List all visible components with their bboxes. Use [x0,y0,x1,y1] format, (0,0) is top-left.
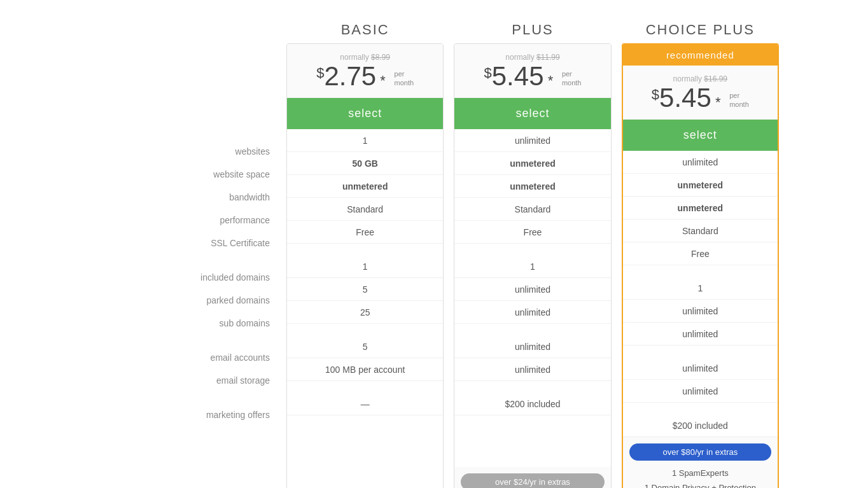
plus-spacer1 [454,244,610,255]
plan-choice-plus-extras: over $80/yr in extras 1 SpamExperts 1 Do… [623,437,778,488]
plus-spacer3 [454,381,610,393]
plan-basic-price-area: normally $8.99 $2.75 * permonth [287,44,443,98]
basic-email-storage: 100 MB per account [287,358,443,381]
feature-labels-column: websites website space bandwidth perform… [84,13,281,426]
basic-sub-domains: 25 [287,301,443,324]
label-bandwidth: bandwidth [84,186,281,209]
basic-email-accounts: 5 [287,335,443,358]
basic-spacer3 [287,381,443,393]
cp-email-accounts: unlimited [623,357,778,380]
cp-parked-domains: unlimited [623,300,778,323]
plan-basic: BASIC normally $8.99 $2.75 * permonth se… [286,13,444,488]
cp-extra-1: 1 SpamExperts [629,466,771,480]
cp-extra-2: 1 Domain Privacy + Protection [629,480,771,488]
label-spacer1 [84,254,281,266]
plan-basic-select-top[interactable]: select [287,98,443,129]
plus-parked-domains: unlimited [454,278,610,301]
cp-spacer3 [623,403,778,414]
basic-marketing-offers: — [287,393,443,415]
recommended-badge: recommended [623,45,778,66]
plan-plus-price-area: normally $11.99 $5.45 * permonth [454,44,610,98]
pricing-page: websites website space bandwidth perform… [84,13,784,488]
label-spacer3 [84,392,281,403]
label-sub-domains: sub domains [84,312,281,335]
plan-basic-normally: normally $8.99 [293,53,437,62]
plus-website-space: unmetered [454,152,610,175]
label-included-domains: included domains [84,266,281,289]
plan-basic-card: normally $8.99 $2.75 * permonth select 1… [286,43,444,488]
label-email-accounts: email accounts [84,346,281,369]
plan-choice-plus-price: $5.45 * permonth [629,83,771,113]
basic-included-domains: 1 [287,255,443,278]
cp-sub-domains: unlimited [623,323,778,345]
basic-website-space: 50 GB [287,152,443,175]
plan-plus: PLUS normally $11.99 $5.45 * permonth se… [454,13,611,488]
label-performance: performance [84,209,281,232]
plus-email-accounts: unlimited [454,335,610,358]
cp-spacer2 [623,345,778,357]
label-website-space: website space [84,163,281,186]
plan-plus-normally: normally $11.99 [461,53,604,62]
basic-websites: 1 [287,129,443,152]
cp-spacer1 [623,265,778,277]
plus-included-domains: 1 [454,255,610,278]
plus-extras-badge: over $24/yr in extras [461,473,604,488]
plan-basic-price: $2.75 * permonth [293,62,437,91]
plans-container: BASIC normally $8.99 $2.75 * permonth se… [281,13,784,488]
cp-extras-badge: over $80/yr in extras [629,443,771,461]
plan-choice-plus-title: CHOICE PLUS [622,13,779,38]
cp-websites: unlimited [623,151,778,174]
plus-marketing-offers: $200 included [454,393,610,415]
plan-choice-plus-card: recommended normally $16.99 $5.45 * perm… [622,43,779,488]
basic-spacer2 [287,324,443,335]
label-ssl: SSL Certificate [84,232,281,254]
label-parked-domains: parked domains [84,289,281,312]
plan-basic-features: 1 50 GB unmetered Standard Free 1 5 25 5… [287,129,443,488]
plan-choice-plus-features: unlimited unmetered unmetered Standard F… [623,151,778,437]
basic-performance: Standard [287,198,443,221]
cp-performance: Standard [623,220,778,242]
cp-website-space: unmetered [623,174,778,197]
plus-websites: unlimited [454,129,610,152]
plan-choice-plus-normally: normally $16.99 [629,74,771,83]
plan-choice-plus-select-top[interactable]: select [623,120,778,151]
plan-plus-select-top[interactable]: select [454,98,610,129]
plus-bandwidth: unmetered [454,175,610,198]
label-marketing-offers: marketing offers [84,403,281,426]
label-email-storage: email storage [84,369,281,392]
plan-plus-price: $5.45 * permonth [461,62,604,91]
plan-choice-plus-price-area: normally $16.99 $5.45 * permonth [623,66,778,120]
basic-spacer1 [287,244,443,255]
plan-basic-title: BASIC [286,13,444,38]
label-websites: websites [84,140,281,163]
cp-bandwidth: unmetered [623,197,778,220]
plus-spacer2 [454,324,610,335]
cp-included-domains: 1 [623,277,778,300]
cp-ssl: Free [623,242,778,265]
plan-plus-title: PLUS [454,13,611,38]
plan-plus-card: normally $11.99 $5.45 * permonth select … [454,43,611,488]
cp-email-storage: unlimited [623,380,778,403]
plan-plus-extras: over $24/yr in extras 1 SpamExperts [454,467,610,488]
plus-sub-domains: unlimited [454,301,610,324]
plus-ssl: Free [454,221,610,244]
basic-bandwidth: unmetered [287,175,443,198]
basic-parked-domains: 5 [287,278,443,301]
label-spacer2 [84,335,281,346]
plus-performance: Standard [454,198,610,221]
plan-plus-features: unlimited unmetered unmetered Standard F… [454,129,610,467]
cp-marketing-offers: $200 included [623,414,778,437]
basic-ssl: Free [287,221,443,244]
plan-choice-plus: CHOICE PLUS recommended normally $16.99 … [622,13,779,488]
feature-group-main: websites website space bandwidth perform… [84,140,281,426]
plus-email-storage: unlimited [454,358,610,381]
